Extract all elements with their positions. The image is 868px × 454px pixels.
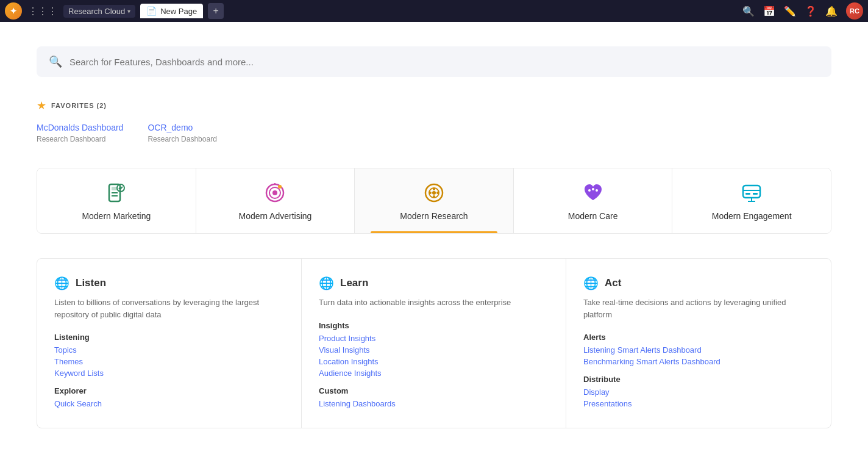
svg-point-7 xyxy=(272,190,277,195)
benchmarking-smart-alerts-link[interactable]: Benchmarking Smart Alerts Dashboard xyxy=(583,357,814,366)
learn-description: Turn data into actionable insights acros… xyxy=(319,297,549,309)
location-insights-link[interactable]: Location Insights xyxy=(319,357,549,366)
listening-smart-alerts-link[interactable]: Listening Smart Alerts Dashboard xyxy=(583,345,814,355)
ocr-demo-link[interactable]: OCR_demo xyxy=(148,123,193,132)
feature-panel-act: 🌐 Act Take real-time decisions and actio… xyxy=(566,259,831,428)
edit-icon-button[interactable]: ✏️ xyxy=(784,5,796,17)
act-description: Take real-time decisions and actions by … xyxy=(583,297,814,320)
tab-label-marketing: Modern Marketing xyxy=(82,211,151,221)
main-content: 🔍 ★ FAVORITES (2) McDonalds Dashboard Re… xyxy=(0,22,868,453)
custom-section-label: Custom xyxy=(319,386,549,395)
feature-panel-learn: 🌐 Learn Turn data into actionable insigh… xyxy=(302,259,566,428)
favorites-header: ★ FAVORITES (2) xyxy=(37,99,831,112)
nav-actions: 🔍 📅 ✏️ ❓ 🔔 RC xyxy=(742,2,863,20)
favorite-item-1: McDonalds Dashboard Research Dashboard xyxy=(37,122,123,143)
presentations-link[interactable]: Presentations xyxy=(583,399,814,408)
svg-point-17 xyxy=(588,189,591,192)
display-link[interactable]: Display xyxy=(583,387,814,397)
modern-marketing-icon xyxy=(104,181,129,205)
search-icon: 🔍 xyxy=(49,55,62,68)
product-insights-link[interactable]: Product Insights xyxy=(319,334,549,343)
panel-header-learn: 🌐 Learn xyxy=(319,276,549,290)
modern-advertising-icon xyxy=(263,181,287,205)
favorite-type-2: Research Dashboard xyxy=(148,135,216,143)
panel-header-listen: 🌐 Listen xyxy=(54,276,284,290)
insights-section-label: Insights xyxy=(319,321,549,330)
calendar-icon-button[interactable]: 📅 xyxy=(763,5,775,17)
svg-point-19 xyxy=(596,189,598,192)
page-tab[interactable]: 📄 New Page xyxy=(140,4,203,18)
listening-section-label: Listening xyxy=(54,333,284,342)
explorer-section-label: Explorer xyxy=(54,386,284,395)
avatar[interactable]: RC xyxy=(846,2,863,20)
distribute-section-label: Distribute xyxy=(583,375,814,384)
favorites-section: ★ FAVORITES (2) McDonalds Dashboard Rese… xyxy=(37,99,831,143)
tab-label-care: Modern Care xyxy=(568,211,618,221)
alerts-section-label: Alerts xyxy=(583,333,814,342)
help-icon-button[interactable]: ❓ xyxy=(805,5,817,17)
modern-care-icon xyxy=(581,181,605,205)
svg-point-14 xyxy=(436,192,439,194)
search-icon-button[interactable]: 🔍 xyxy=(742,5,755,17)
svg-rect-20 xyxy=(743,186,760,198)
svg-point-18 xyxy=(592,188,594,190)
chevron-down-icon: ▾ xyxy=(127,8,130,15)
topics-link[interactable]: Topics xyxy=(54,345,284,355)
svg-rect-23 xyxy=(753,193,758,195)
svg-point-16 xyxy=(432,191,436,195)
add-tab-button[interactable]: + xyxy=(208,3,224,19)
act-icon: 🌐 xyxy=(583,276,599,290)
quick-search-link[interactable]: Quick Search xyxy=(54,399,284,408)
audience-insights-link[interactable]: Audience Insights xyxy=(319,369,549,378)
svg-point-12 xyxy=(429,192,432,194)
module-tabs: Modern Marketing Modern Advertising xyxy=(37,168,831,234)
mcdonalds-dashboard-link[interactable]: McDonalds Dashboard xyxy=(37,123,123,132)
search-input[interactable] xyxy=(69,57,819,67)
modern-research-icon xyxy=(422,181,446,205)
learn-title: Learn xyxy=(340,277,368,289)
svg-rect-22 xyxy=(745,193,750,195)
favorite-type-1: Research Dashboard xyxy=(37,135,123,143)
star-icon: ★ xyxy=(37,99,46,112)
feature-panels: 🌐 Listen Listen to billions of conversat… xyxy=(37,258,831,428)
tab-label-research: Modern Research xyxy=(400,211,468,221)
workspace-label: Research Cloud xyxy=(68,7,125,16)
favorites-grid: McDonalds Dashboard Research Dashboard O… xyxy=(37,122,831,143)
svg-point-13 xyxy=(433,188,435,190)
avatar-initials: RC xyxy=(850,7,859,15)
tab-label-advertising: Modern Advertising xyxy=(238,211,311,221)
listen-icon: 🌐 xyxy=(54,276,69,290)
tab-modern-advertising[interactable]: Modern Advertising xyxy=(196,168,355,233)
top-navigation: ✦ ⋮⋮⋮ Research Cloud ▾ 📄 New Page + 🔍 📅 … xyxy=(0,0,868,22)
svg-point-15 xyxy=(433,195,435,198)
listening-dashboards-link[interactable]: Listening Dashboards xyxy=(319,399,549,408)
search-container: 🔍 xyxy=(37,46,831,77)
visual-insights-link[interactable]: Visual Insights xyxy=(319,345,549,355)
tab-label-engagement: Modern Engagement xyxy=(712,211,792,221)
logo-symbol: ✦ xyxy=(10,6,17,16)
page-icon: 📄 xyxy=(146,6,157,16)
favorite-item-2: OCR_demo Research Dashboard xyxy=(148,122,216,143)
grid-icon[interactable]: ⋮⋮⋮ xyxy=(27,4,59,18)
page-tab-label: New Page xyxy=(160,7,197,16)
listen-title: Listen xyxy=(76,277,106,289)
listen-description: Listen to billions of conversations by l… xyxy=(54,297,284,320)
act-title: Act xyxy=(605,277,621,289)
bell-icon-button[interactable]: 🔔 xyxy=(825,5,838,17)
tab-modern-care[interactable]: Modern Care xyxy=(514,168,673,233)
themes-link[interactable]: Themes xyxy=(54,357,284,366)
favorites-title: FAVORITES (2) xyxy=(51,102,107,109)
tab-modern-research[interactable]: Modern Research xyxy=(355,168,514,233)
tab-modern-engagement[interactable]: Modern Engagement xyxy=(672,168,831,233)
learn-icon: 🌐 xyxy=(319,276,334,290)
feature-panel-listen: 🌐 Listen Listen to billions of conversat… xyxy=(37,259,302,428)
panel-header-act: 🌐 Act xyxy=(583,276,814,290)
workspace-selector[interactable]: Research Cloud ▾ xyxy=(63,5,135,18)
modern-engagement-icon xyxy=(739,181,764,205)
app-logo[interactable]: ✦ xyxy=(5,2,22,20)
keyword-lists-link[interactable]: Keyword Lists xyxy=(54,369,284,378)
tab-modern-marketing[interactable]: Modern Marketing xyxy=(37,168,196,233)
